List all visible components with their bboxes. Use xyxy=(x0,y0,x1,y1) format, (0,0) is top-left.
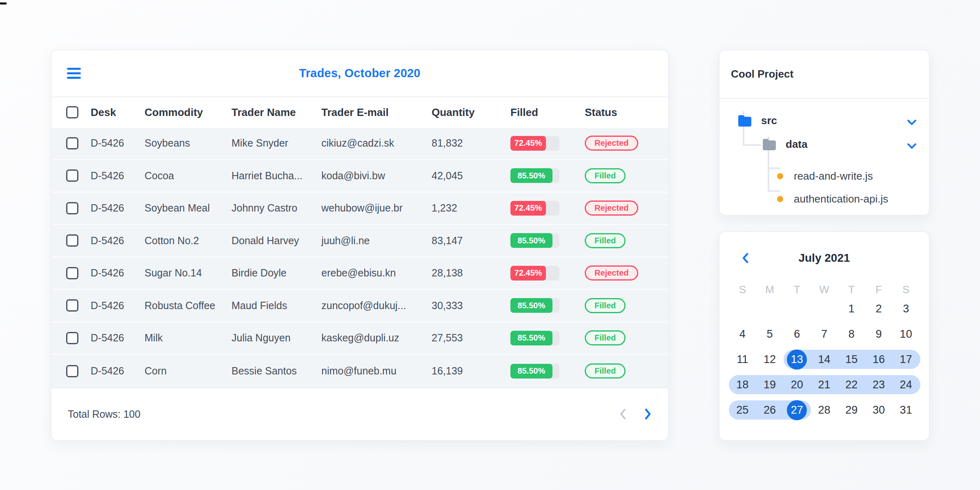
calendar-day[interactable]: 25 xyxy=(729,397,756,423)
calendar-week-row: 18192021222324 xyxy=(729,372,920,397)
calendar-day[interactable]: 12 xyxy=(756,347,784,372)
select-all-checkbox[interactable] xyxy=(66,106,78,118)
day-of-week-label: S xyxy=(892,283,920,296)
row-checkbox[interactable] xyxy=(66,137,78,149)
tree-item-data-folder[interactable]: data xyxy=(762,138,807,151)
calendar-day[interactable]: 1 xyxy=(838,296,865,321)
calendar-day[interactable]: 30 xyxy=(865,397,893,423)
corner-artifact xyxy=(0,2,7,4)
cell-filled: 85.50% xyxy=(510,364,585,379)
row-checkbox[interactable] xyxy=(66,299,78,312)
column-header-desk: Desk xyxy=(91,106,145,119)
calendar-day[interactable]: 5 xyxy=(756,321,784,347)
calendar-day[interactable]: 4 xyxy=(729,321,756,347)
tree-item-file[interactable]: read-and-write.js xyxy=(777,170,873,183)
calendar-previous-month-icon[interactable] xyxy=(742,253,748,263)
calendar-day[interactable]: 9 xyxy=(865,321,893,347)
table-row: D-5426MilkJulia Nguyenkaskeg@dupli.uz27,… xyxy=(51,323,668,355)
calendar-day[interactable]: 21 xyxy=(811,372,838,397)
cell-trader-email: zuncopof@dukuj... xyxy=(321,300,432,312)
cell-commodity: Soybean Meal xyxy=(145,202,232,214)
previous-page-icon[interactable] xyxy=(619,408,626,420)
progress-bar: 72.45% xyxy=(510,266,559,281)
project-title: Cool Project xyxy=(719,50,929,99)
day-of-week-label: S xyxy=(729,283,756,296)
calendar-day[interactable]: 10 xyxy=(892,321,920,347)
calendar-day[interactable]: 2 xyxy=(865,296,893,321)
cell-commodity: Robusta Coffee xyxy=(145,300,232,312)
cell-commodity: Sugar No.14 xyxy=(145,267,232,279)
row-checkbox[interactable] xyxy=(66,169,78,182)
file-bullet-icon xyxy=(777,173,783,179)
cell-trader-name: Mike Snyder xyxy=(232,137,321,149)
next-page-icon[interactable] xyxy=(644,408,652,420)
row-checkbox[interactable] xyxy=(66,365,78,377)
cell-quantity: 1,232 xyxy=(432,202,510,214)
column-header-status: Status xyxy=(585,106,653,119)
progress-bar: 85.50% xyxy=(510,364,559,379)
chevron-down-icon[interactable] xyxy=(907,119,917,125)
calendar-day[interactable]: 6 xyxy=(783,321,811,347)
cell-desk: D-5426 xyxy=(91,235,145,247)
chevron-down-icon[interactable] xyxy=(907,143,917,149)
table-row: D-5426Sugar No.14Birdie Doyleerebe@ebisu… xyxy=(51,258,668,290)
cell-quantity: 81,832 xyxy=(432,137,510,149)
cell-filled: 72.45% xyxy=(510,266,585,281)
calendar-day[interactable]: 15 xyxy=(838,347,865,372)
column-header-commodity: Commodity xyxy=(145,106,232,119)
cell-quantity: 30,333 xyxy=(432,300,510,312)
calendar-day[interactable]: 29 xyxy=(838,397,865,423)
calendar-day[interactable]: 28 xyxy=(811,397,838,423)
status-badge: Filled xyxy=(585,298,626,313)
file-name: read-and-write.js xyxy=(794,170,873,183)
progress-fill: 72.45% xyxy=(510,136,546,151)
tree-item-src-folder[interactable]: src xyxy=(737,114,777,127)
folder-icon xyxy=(737,115,752,127)
pagination xyxy=(619,408,652,420)
calendar-day[interactable]: 22 xyxy=(838,372,865,397)
row-checkbox[interactable] xyxy=(66,234,78,247)
calendar-day[interactable]: 31 xyxy=(892,397,920,423)
calendar-day[interactable]: 24 xyxy=(892,372,920,397)
calendar-day[interactable]: 26 xyxy=(756,397,784,423)
row-checkbox[interactable] xyxy=(66,267,78,279)
day-of-week-label: F xyxy=(865,283,893,296)
calendar-day[interactable]: 17 xyxy=(892,347,920,372)
calendar-day[interactable]: 19 xyxy=(756,372,784,397)
calendar-day[interactable]: 11 xyxy=(729,347,756,372)
calendar-day[interactable]: 16 xyxy=(865,347,893,372)
tree-item-file[interactable]: authentication-api.js xyxy=(777,193,888,205)
calendar-day[interactable]: 7 xyxy=(811,321,838,347)
calendar-grid: 1234567891011121314151617181920212223242… xyxy=(729,296,920,423)
calendar-day[interactable]: 3 xyxy=(892,296,920,321)
calendar-day[interactable]: 8 xyxy=(838,321,865,347)
cell-trader-email: wehubow@ijue.br xyxy=(321,202,432,214)
calendar-week-row: 123 xyxy=(729,296,920,321)
status-badge: Filled xyxy=(585,330,626,345)
cell-filled: 72.45% xyxy=(510,136,585,151)
total-rows-label: Total Rows: 100 xyxy=(68,408,140,420)
cell-trader-email: koda@bivi.bw xyxy=(321,170,432,182)
cell-status: Filled xyxy=(585,233,653,248)
table-row: D-5426Robusta CoffeeMaud Fieldszuncopof@… xyxy=(51,290,668,323)
table-row: D-5426SoybeansMike Snydercikiuz@cadzi.sk… xyxy=(51,128,668,160)
calendar-day[interactable]: 18 xyxy=(729,372,756,397)
calendar-header: July 2021 xyxy=(729,236,920,280)
calendar-month-title: July 2021 xyxy=(729,252,920,265)
cell-trader-name: Bessie Santos xyxy=(232,365,321,377)
row-checkbox[interactable] xyxy=(66,202,78,214)
cell-desk: D-5426 xyxy=(91,202,145,214)
folder-name: data xyxy=(786,138,807,151)
table-row: D-5426CocoaHarriet Bucha...koda@bivi.bw4… xyxy=(51,160,668,193)
day-of-week-label: T xyxy=(838,283,865,296)
calendar-day[interactable]: 14 xyxy=(811,347,838,372)
calendar-day[interactable]: 23 xyxy=(865,372,893,397)
calendar-day[interactable]: 13 xyxy=(783,347,811,372)
row-checkbox[interactable] xyxy=(66,332,78,344)
folder-name: src xyxy=(761,114,777,127)
file-tree: src data read-and-write.js authenticatio… xyxy=(719,99,929,216)
calendar-day[interactable]: 20 xyxy=(783,372,811,397)
cell-quantity: 42,045 xyxy=(432,170,510,182)
calendar-day[interactable]: 27 xyxy=(783,397,811,423)
progress-bar: 72.45% xyxy=(510,136,559,151)
